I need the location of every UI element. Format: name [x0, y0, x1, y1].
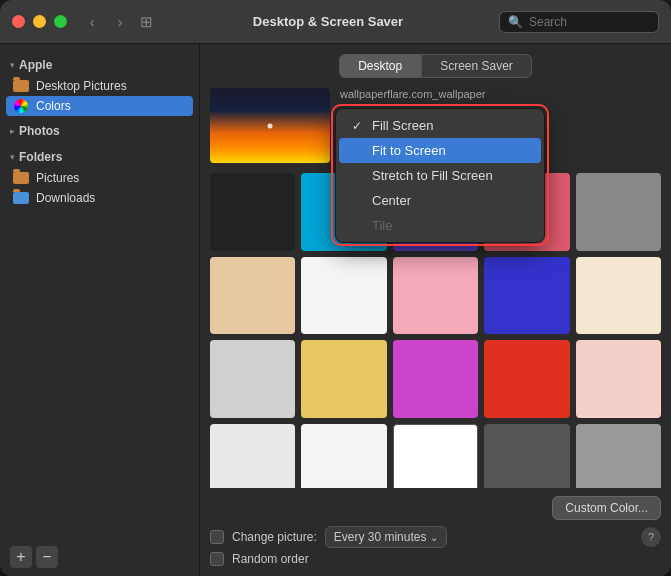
top-section: wallpaperflare.com_wallpaper ✓ Fill Scre…: [210, 88, 661, 163]
interval-label: Every 30 minutes: [334, 530, 427, 544]
checkmark-icon: ✓: [352, 119, 366, 133]
color-swatch-12[interactable]: [393, 340, 478, 418]
dropdown-label-tile: Tile: [372, 218, 392, 233]
interval-chevron-icon: ⌄: [430, 532, 438, 543]
bottom-bar: Custom Color...: [210, 496, 661, 520]
color-swatch-0[interactable]: [210, 173, 295, 251]
collapse-icon-photos: ▸: [10, 126, 15, 136]
color-swatch-13[interactable]: [484, 340, 569, 418]
sidebar-item-desktop-pictures[interactable]: Desktop Pictures: [0, 76, 199, 96]
change-picture-checkbox[interactable]: [210, 530, 224, 544]
sidebar: ▾ Apple Desktop Pictures Colors ▸ Photos: [0, 44, 200, 576]
title-bar: ‹ › ⊞ Desktop & Screen Saver 🔍: [0, 0, 671, 44]
sidebar-item-label-desktop-pictures: Desktop Pictures: [36, 79, 127, 93]
color-swatch-16[interactable]: [301, 424, 386, 488]
main-area: Desktop Screen Saver wallpaperflare.com_…: [200, 44, 671, 576]
nav-buttons: ‹ ›: [81, 11, 131, 33]
content-area: ▾ Apple Desktop Pictures Colors ▸ Photos: [0, 44, 671, 576]
search-input[interactable]: [529, 15, 649, 29]
change-picture-label: Change picture:: [232, 530, 317, 544]
search-icon: 🔍: [508, 15, 523, 29]
sidebar-item-label-colors: Colors: [36, 99, 71, 113]
color-swatch-7[interactable]: [393, 257, 478, 335]
pictures-folder-icon: [12, 171, 30, 185]
preview-dot: [268, 123, 273, 128]
minimize-button[interactable]: [33, 15, 46, 28]
collapse-icon: ▾: [10, 60, 15, 70]
close-button[interactable]: [12, 15, 25, 28]
random-order-label: Random order: [232, 552, 309, 566]
dropdown-item-tile: Tile: [336, 213, 544, 238]
color-swatch-8[interactable]: [484, 257, 569, 335]
traffic-lights: [12, 15, 67, 28]
grid-button[interactable]: ⊞: [135, 11, 157, 33]
sidebar-item-pictures[interactable]: Pictures: [0, 168, 199, 188]
color-swatch-10[interactable]: [210, 340, 295, 418]
color-swatch-5[interactable]: [210, 257, 295, 335]
dropdown-label-center: Center: [372, 193, 411, 208]
window-title: Desktop & Screen Saver: [157, 14, 499, 29]
dropdown-label-fill-screen: Fill Screen: [372, 118, 433, 133]
sidebar-footer: + −: [0, 538, 199, 576]
tab-screensaver[interactable]: Screen Saver: [421, 54, 532, 78]
back-button[interactable]: ‹: [81, 11, 103, 33]
color-swatch-19[interactable]: [576, 424, 661, 488]
interval-select[interactable]: Every 30 minutes ⌄: [325, 526, 448, 548]
sidebar-section-label-photos: Photos: [19, 124, 60, 138]
dropdown-item-stretch[interactable]: Stretch to Fill Screen: [336, 163, 544, 188]
sidebar-item-label-downloads: Downloads: [36, 191, 95, 205]
dropdown-item-fit-to-screen[interactable]: Fit to Screen: [339, 138, 541, 163]
change-picture-row: Change picture: Every 30 minutes ⌄ ?: [210, 526, 661, 548]
color-swatch-9[interactable]: [576, 257, 661, 335]
tab-bar: Desktop Screen Saver: [210, 54, 661, 78]
random-order-checkbox[interactable]: [210, 552, 224, 566]
color-swatch-14[interactable]: [576, 340, 661, 418]
help-button[interactable]: ?: [641, 527, 661, 547]
downloads-folder-icon: [12, 191, 30, 205]
dropdown-label-stretch: Stretch to Fill Screen: [372, 168, 493, 183]
color-swatch-18[interactable]: [484, 424, 569, 488]
collapse-icon-folders: ▾: [10, 152, 15, 162]
color-swatch-11[interactable]: [301, 340, 386, 418]
sidebar-section-photos: ▸ Photos: [0, 120, 199, 142]
color-swatch-6[interactable]: [301, 257, 386, 335]
wallpaper-preview: [210, 88, 330, 163]
sidebar-section-label-apple: Apple: [19, 58, 52, 72]
dropdown-item-center[interactable]: Center: [336, 188, 544, 213]
folder-icon: [12, 79, 30, 93]
color-swatch-4[interactable]: [576, 173, 661, 251]
sidebar-item-colors[interactable]: Colors: [6, 96, 193, 116]
sidebar-item-label-pictures: Pictures: [36, 171, 79, 185]
dropdown-menu: ✓ Fill Screen Fit to Screen Stretch to F…: [335, 108, 545, 243]
add-button[interactable]: +: [10, 546, 32, 568]
sidebar-section-header-photos[interactable]: ▸ Photos: [0, 120, 199, 142]
sidebar-section-label-folders: Folders: [19, 150, 62, 164]
sidebar-section-header-apple[interactable]: ▾ Apple: [0, 54, 199, 76]
sidebar-section-folders: ▾ Folders Pictures Downloads: [0, 146, 199, 208]
custom-color-button[interactable]: Custom Color...: [552, 496, 661, 520]
search-box[interactable]: 🔍: [499, 11, 659, 33]
sidebar-item-downloads[interactable]: Downloads: [0, 188, 199, 208]
wallpaper-name: wallpaperflare.com_wallpaper: [340, 88, 661, 100]
window: ‹ › ⊞ Desktop & Screen Saver 🔍 ▾ Apple D…: [0, 0, 671, 576]
maximize-button[interactable]: [54, 15, 67, 28]
forward-button[interactable]: ›: [109, 11, 131, 33]
color-swatch-17[interactable]: [393, 424, 478, 488]
sidebar-section-header-folders[interactable]: ▾ Folders: [0, 146, 199, 168]
colors-icon: [12, 99, 30, 113]
dropdown-label-fit-to-screen: Fit to Screen: [372, 143, 446, 158]
color-swatch-15[interactable]: [210, 424, 295, 488]
remove-button[interactable]: −: [36, 546, 58, 568]
tab-desktop[interactable]: Desktop: [339, 54, 421, 78]
sidebar-section-apple: ▾ Apple Desktop Pictures Colors: [0, 54, 199, 116]
random-order-row: Random order: [210, 552, 661, 566]
dropdown-item-fill-screen[interactable]: ✓ Fill Screen: [336, 113, 544, 138]
